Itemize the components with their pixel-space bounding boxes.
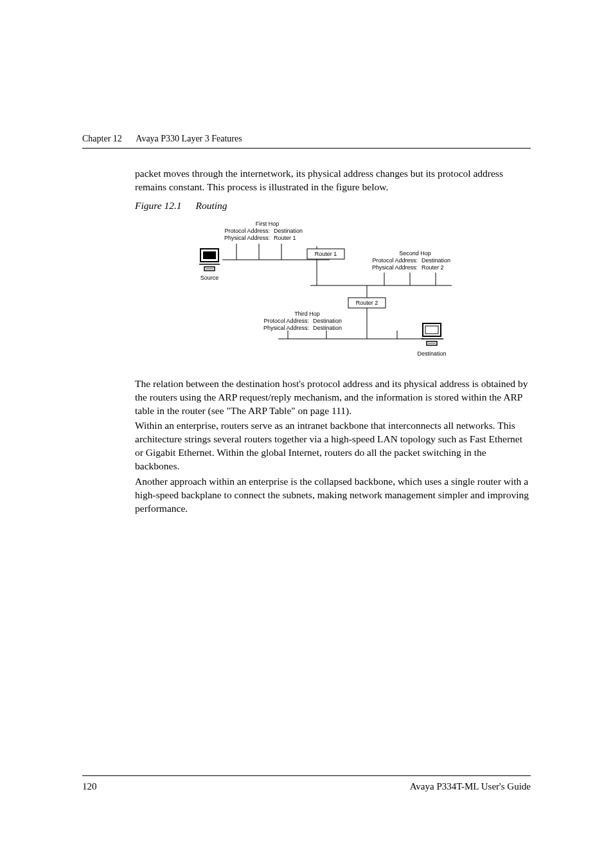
figure-label: Figure 12.1 xyxy=(135,200,182,211)
second-hop-title: Second Hop xyxy=(399,250,431,257)
third-hop-ph-label: Physical Address: xyxy=(263,325,309,331)
router-1-icon: Router 1 xyxy=(307,246,344,262)
router-1-label: Router 1 xyxy=(315,251,337,257)
figure-title: Routing xyxy=(196,200,227,211)
first-hop-pa-val: Destination xyxy=(274,228,303,234)
destination-label: Destination xyxy=(417,350,446,357)
header-rule xyxy=(82,148,531,149)
third-hop-pa-val: Destination xyxy=(313,318,342,324)
source-computer-icon xyxy=(199,249,220,271)
footer-rule xyxy=(82,775,531,776)
page-footer: 120 Avaya P334T-ML User's Guide xyxy=(82,775,531,792)
destination-computer-icon xyxy=(422,323,443,345)
first-hop-title: First Hop xyxy=(256,221,280,227)
third-hop-title: Third Hop xyxy=(294,311,320,317)
chapter-number: Chapter 12 xyxy=(82,134,122,143)
chapter-title: Avaya P330 Layer 3 Features xyxy=(136,134,242,143)
second-hop-ph-label: Physical Address: xyxy=(372,264,418,271)
intro-paragraph: packet moves through the internetwork, i… xyxy=(135,167,531,194)
router-2-label: Router 2 xyxy=(356,300,378,306)
svg-rect-27 xyxy=(425,326,438,334)
routing-figure: First Hop Protocol Address: Destination … xyxy=(135,218,531,370)
routing-diagram-svg: First Hop Protocol Address: Destination … xyxy=(185,218,481,366)
body-paragraph-collapsed: Another approach within an enterprise is… xyxy=(135,475,531,516)
first-hop-ph-val: Router 1 xyxy=(274,235,296,241)
source-label: Source xyxy=(200,275,219,281)
first-hop-ph-label: Physical Address: xyxy=(224,235,270,241)
third-hop-pa-label: Protocol Address: xyxy=(263,318,309,324)
page-content: packet moves through the internetwork, i… xyxy=(135,167,531,516)
second-hop-pa-val: Destination xyxy=(422,257,450,264)
second-hop-pa-label: Protocol Address: xyxy=(372,257,418,264)
body-paragraph-arp: The relation between the destination hos… xyxy=(135,377,531,418)
second-hop-ph-val: Router 2 xyxy=(422,264,444,271)
body-paragraph-backbone: Within an enterprise, routers serve as a… xyxy=(135,419,531,473)
page-header: Chapter 12 Avaya P330 Layer 3 Features xyxy=(82,134,531,149)
svg-rect-1 xyxy=(203,251,216,259)
first-hop-pa-label: Protocol Address: xyxy=(224,228,270,234)
router-2-icon: Router 2 xyxy=(348,285,386,311)
third-hop-ph-val: Destination xyxy=(313,325,342,331)
page-number: 120 xyxy=(82,781,97,792)
figure-caption: Figure 12.1 Routing xyxy=(135,199,531,213)
guide-title: Avaya P334T-ML User's Guide xyxy=(410,781,531,792)
